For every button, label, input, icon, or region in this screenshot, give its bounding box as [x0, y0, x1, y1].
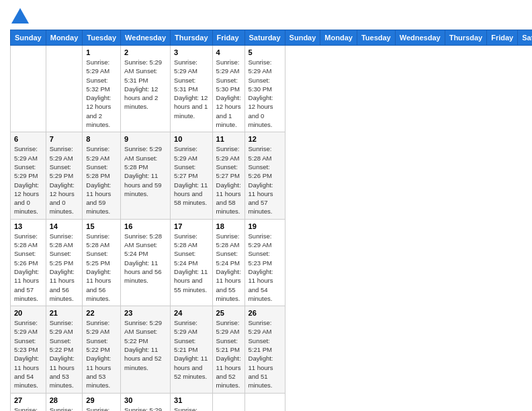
day-number: 10: [174, 135, 209, 143]
svg-marker-0: [11, 8, 29, 24]
calendar-cell: 5Sunrise: 5:29 AM Sunset: 5:30 PM Daylig…: [245, 46, 285, 132]
week-row-3: 13Sunrise: 5:28 AM Sunset: 5:26 PM Dayli…: [11, 219, 533, 306]
day-number: 18: [216, 222, 241, 230]
day-info: Sunrise: 5:29 AM Sunset: 5:22 PM Dayligh…: [50, 318, 79, 390]
calendar-cell: 23Sunrise: 5:29 AM Sunset: 5:22 PM Dayli…: [121, 306, 171, 393]
col-header-friday: Friday: [487, 30, 518, 46]
calendar-cell: 10Sunrise: 5:29 AM Sunset: 5:27 PM Dayli…: [171, 132, 213, 219]
logo: [10, 7, 33, 27]
calendar-cell: 1Sunrise: 5:29 AM Sunset: 5:32 PM Daylig…: [83, 46, 121, 132]
calendar-cell: 7Sunrise: 5:29 AM Sunset: 5:29 PM Daylig…: [46, 132, 83, 219]
day-number: 31: [174, 396, 209, 404]
logo-icon: [10, 7, 30, 27]
calendar-cell: [245, 393, 285, 411]
week-row-1: 1Sunrise: 5:29 AM Sunset: 5:32 PM Daylig…: [11, 46, 533, 132]
day-info: Sunrise: 5:29 AM Sunset: 5:27 PM Dayligh…: [174, 144, 209, 207]
day-info: Sunrise: 5:29 AM Sunset: 5:29 PM Dayligh…: [14, 144, 42, 216]
calendar-cell: 21Sunrise: 5:29 AM Sunset: 5:22 PM Dayli…: [46, 306, 83, 393]
day-info: Sunrise: 5:29 AM Sunset: 5:23 PM Dayligh…: [14, 318, 42, 390]
col-header-monday: Monday: [320, 30, 357, 46]
day-info: Sunrise: 5:29 AM Sunset: 5:30 PM Dayligh…: [216, 58, 241, 129]
calendar-cell: 27Sunrise: 5:29 AM Sunset: 5:20 PM Dayli…: [11, 393, 46, 411]
day-info: Sunrise: 5:29 AM Sunset: 5:20 PM Dayligh…: [50, 406, 79, 412]
day-info: Sunrise: 5:29 AM Sunset: 5:27 PM Dayligh…: [216, 144, 241, 216]
calendar-cell: 2Sunrise: 5:29 AM Sunset: 5:31 PM Daylig…: [121, 46, 171, 132]
day-number: 17: [174, 222, 209, 230]
calendar-cell: 16Sunrise: 5:28 AM Sunset: 5:24 PM Dayli…: [121, 219, 171, 306]
day-number: 13: [14, 222, 42, 230]
day-info: Sunrise: 5:29 AM Sunset: 5:28 PM Dayligh…: [86, 144, 117, 216]
col-header-thursday: Thursday: [445, 30, 487, 46]
day-info: Sunrise: 5:29 AM Sunset: 5:20 PM Dayligh…: [124, 406, 167, 412]
day-number: 1: [86, 48, 117, 56]
calendar-cell: 17Sunrise: 5:28 AM Sunset: 5:24 PM Dayli…: [171, 219, 213, 306]
calendar-cell: 13Sunrise: 5:28 AM Sunset: 5:26 PM Dayli…: [11, 219, 46, 306]
day-number: 7: [50, 135, 79, 143]
calendar-cell: 14Sunrise: 5:28 AM Sunset: 5:25 PM Dayli…: [46, 219, 83, 306]
day-info: Sunrise: 5:28 AM Sunset: 5:26 PM Dayligh…: [249, 144, 281, 216]
day-number: 30: [124, 396, 167, 404]
header-saturday: Saturday: [245, 30, 285, 46]
day-number: 20: [14, 309, 42, 317]
day-number: 8: [86, 135, 117, 143]
day-number: 12: [249, 135, 281, 143]
calendar-cell: 22Sunrise: 5:29 AM Sunset: 5:22 PM Dayli…: [83, 306, 121, 393]
calendar-cell: 4Sunrise: 5:29 AM Sunset: 5:30 PM Daylig…: [212, 46, 245, 132]
calendar-cell: 29Sunrise: 5:29 AM Sunset: 5:20 PM Dayli…: [83, 393, 121, 411]
day-number: 16: [124, 222, 167, 230]
day-info: Sunrise: 5:29 AM Sunset: 5:29 PM Dayligh…: [50, 144, 79, 216]
header-thursday: Thursday: [171, 30, 213, 46]
day-info: Sunrise: 5:28 AM Sunset: 5:24 PM Dayligh…: [216, 232, 241, 303]
calendar-cell: 9Sunrise: 5:29 AM Sunset: 5:28 PM Daylig…: [121, 132, 171, 219]
day-number: 14: [50, 222, 79, 230]
calendar-cell: 26Sunrise: 5:29 AM Sunset: 5:21 PM Dayli…: [245, 306, 285, 393]
day-number: 11: [216, 135, 241, 143]
day-info: Sunrise: 5:29 AM Sunset: 5:21 PM Dayligh…: [174, 318, 209, 381]
col-header-sunday: Sunday: [285, 30, 320, 46]
day-info: Sunrise: 5:28 AM Sunset: 5:24 PM Dayligh…: [124, 232, 167, 285]
calendar-cell: 31Sunrise: 5:30 AM Sunset: 5:19 PM Dayli…: [171, 393, 213, 411]
day-number: 21: [50, 309, 79, 317]
page-header: [10, 7, 522, 27]
header-friday: Friday: [212, 30, 245, 46]
calendar-cell: 3Sunrise: 5:29 AM Sunset: 5:31 PM Daylig…: [171, 46, 213, 132]
day-number: 3: [174, 48, 209, 56]
header-wednesday: Wednesday: [121, 30, 171, 46]
day-number: 15: [86, 222, 117, 230]
day-info: Sunrise: 5:29 AM Sunset: 5:20 PM Dayligh…: [14, 406, 42, 412]
header-monday: Monday: [46, 30, 83, 46]
calendar-cell: 11Sunrise: 5:29 AM Sunset: 5:27 PM Dayli…: [212, 132, 245, 219]
day-number: 22: [86, 309, 117, 317]
col-header-tuesday: Tuesday: [357, 30, 395, 46]
day-number: 5: [249, 48, 281, 56]
day-number: 6: [14, 135, 42, 143]
day-info: Sunrise: 5:29 AM Sunset: 5:31 PM Dayligh…: [174, 58, 209, 120]
calendar-cell: [46, 46, 83, 132]
calendar-cell: 8Sunrise: 5:29 AM Sunset: 5:28 PM Daylig…: [83, 132, 121, 219]
day-number: 29: [86, 396, 117, 404]
day-number: 26: [249, 309, 281, 317]
calendar-cell: 19Sunrise: 5:29 AM Sunset: 5:23 PM Dayli…: [245, 219, 285, 306]
calendar-cell: 30Sunrise: 5:29 AM Sunset: 5:20 PM Dayli…: [121, 393, 171, 411]
header-tuesday: Tuesday: [83, 30, 121, 46]
day-info: Sunrise: 5:29 AM Sunset: 5:23 PM Dayligh…: [249, 232, 281, 303]
day-info: Sunrise: 5:29 AM Sunset: 5:20 PM Dayligh…: [86, 406, 117, 412]
day-number: 9: [124, 135, 167, 143]
day-info: Sunrise: 5:29 AM Sunset: 5:30 PM Dayligh…: [249, 58, 281, 129]
calendar-cell: 6Sunrise: 5:29 AM Sunset: 5:29 PM Daylig…: [11, 132, 46, 219]
day-number: 24: [174, 309, 209, 317]
day-info: Sunrise: 5:28 AM Sunset: 5:24 PM Dayligh…: [174, 232, 209, 294]
col-header-wednesday: Wednesday: [395, 30, 445, 46]
day-number: 25: [216, 309, 241, 317]
calendar-table: SundayMondayTuesdayWednesdayThursdayFrid…: [10, 30, 532, 411]
calendar-cell: 15Sunrise: 5:28 AM Sunset: 5:25 PM Dayli…: [83, 219, 121, 306]
week-row-2: 6Sunrise: 5:29 AM Sunset: 5:29 PM Daylig…: [11, 132, 533, 219]
calendar-cell: 20Sunrise: 5:29 AM Sunset: 5:23 PM Dayli…: [11, 306, 46, 393]
calendar-cell: 24Sunrise: 5:29 AM Sunset: 5:21 PM Dayli…: [171, 306, 213, 393]
day-info: Sunrise: 5:29 AM Sunset: 5:22 PM Dayligh…: [86, 318, 117, 390]
day-number: 23: [124, 309, 167, 317]
day-info: Sunrise: 5:28 AM Sunset: 5:26 PM Dayligh…: [14, 232, 42, 303]
day-number: 2: [124, 48, 167, 56]
day-info: Sunrise: 5:29 AM Sunset: 5:31 PM Dayligh…: [124, 58, 167, 111]
day-info: Sunrise: 5:29 AM Sunset: 5:32 PM Dayligh…: [86, 58, 117, 129]
